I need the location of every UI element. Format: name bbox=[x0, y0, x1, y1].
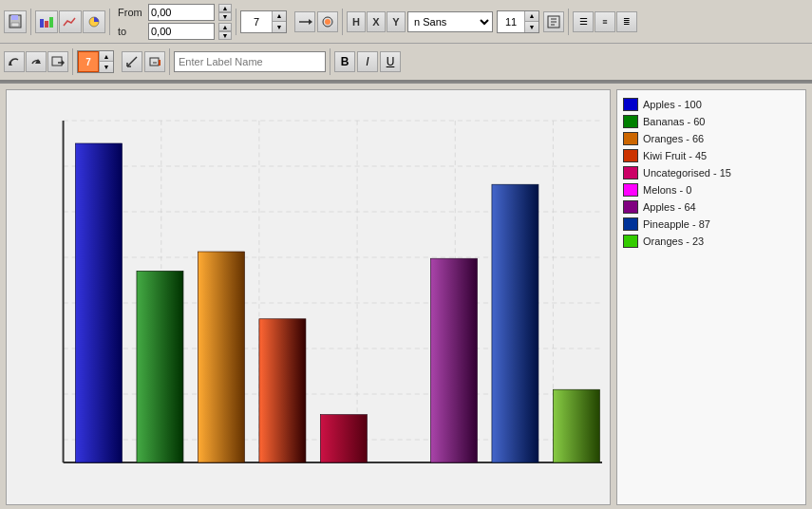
svg-rect-5 bbox=[49, 17, 53, 28]
legend-color-6 bbox=[623, 200, 638, 214]
legend-area: Apples - 100 Bananas - 60 Oranges - 66 K… bbox=[616, 89, 806, 505]
separator-1 bbox=[30, 9, 31, 35]
svg-rect-23 bbox=[150, 58, 159, 66]
to-input[interactable] bbox=[148, 23, 215, 40]
num-input-group: ▲ ▼ bbox=[240, 10, 287, 33]
separator-2 bbox=[109, 9, 110, 35]
svg-point-10 bbox=[325, 19, 330, 25]
svg-marker-8 bbox=[309, 19, 312, 25]
num-spinner: ▲ ▼ bbox=[272, 11, 286, 32]
legend-item-4: Uncategorised - 15 bbox=[623, 166, 800, 179]
num2-up-btn[interactable]: ▲ bbox=[100, 51, 113, 62]
bold-button[interactable]: B bbox=[334, 51, 355, 72]
line-chart-button[interactable] bbox=[59, 10, 82, 33]
to-spinner[interactable]: ▲ ▼ bbox=[218, 23, 232, 40]
num-down-btn[interactable]: ▼ bbox=[273, 22, 286, 32]
bar-2 bbox=[137, 271, 183, 462]
legend-color-2 bbox=[623, 132, 638, 145]
underline-button[interactable]: U bbox=[380, 51, 401, 72]
legend-item-8: Oranges - 23 bbox=[623, 235, 800, 248]
svg-rect-4 bbox=[45, 21, 48, 28]
h-btn[interactable]: H bbox=[347, 11, 366, 32]
legend-item-3: Kiwi Fruit - 45 bbox=[623, 149, 800, 162]
bar-5 bbox=[320, 415, 367, 462]
bar-chart-button[interactable] bbox=[35, 10, 58, 33]
num-up-btn[interactable]: ▲ bbox=[273, 11, 286, 22]
separator-7 bbox=[169, 48, 170, 75]
num-input-2-group: 7 ▲ ▼ bbox=[77, 50, 114, 73]
legend-color-0 bbox=[623, 98, 638, 111]
align-center-btn[interactable]: ≡ bbox=[595, 11, 615, 32]
to-label: to bbox=[118, 26, 144, 37]
font-size-spinner: ▲ ▼ bbox=[524, 11, 538, 32]
fontsize-up-btn[interactable]: ▲ bbox=[525, 11, 538, 22]
bar-8 bbox=[492, 184, 538, 462]
bar-4 bbox=[259, 319, 306, 462]
to-up-arrow[interactable]: ▲ bbox=[218, 23, 232, 31]
color-indicator: 7 bbox=[78, 51, 99, 72]
from-down-arrow[interactable]: ▼ bbox=[218, 12, 232, 21]
x-btn[interactable]: X bbox=[367, 11, 386, 32]
import-btn[interactable] bbox=[47, 51, 68, 72]
svg-line-20 bbox=[127, 57, 137, 66]
line-style-btn[interactable] bbox=[294, 11, 315, 32]
font-size-group: ▲ ▼ bbox=[497, 10, 539, 33]
legend-label-4: Uncategorised - 15 bbox=[643, 167, 731, 179]
separator-3 bbox=[236, 9, 236, 35]
bar-9 bbox=[553, 389, 599, 462]
bar-3 bbox=[198, 252, 244, 462]
color-btn[interactable] bbox=[317, 11, 338, 32]
legend-label-1: Bananas - 60 bbox=[643, 116, 705, 127]
align-left-btn[interactable]: ☰ bbox=[573, 11, 594, 32]
from-up-arrow[interactable]: ▲ bbox=[218, 4, 232, 12]
redo-btn[interactable] bbox=[26, 51, 47, 72]
pie-chart-button[interactable] bbox=[83, 10, 105, 33]
legend-item-7: Pineapple - 87 bbox=[623, 217, 800, 231]
legend-item-1: Bananas - 60 bbox=[623, 115, 800, 128]
legend-label-0: Apples - 100 bbox=[643, 99, 702, 110]
save-button[interactable] bbox=[4, 10, 27, 33]
legend-label-7: Pineapple - 87 bbox=[643, 218, 710, 230]
legend-color-5 bbox=[623, 183, 638, 197]
from-input[interactable] bbox=[148, 4, 215, 21]
legend-label-8: Oranges - 23 bbox=[643, 236, 704, 247]
separator-5 bbox=[568, 9, 569, 35]
legend-color-3 bbox=[623, 149, 638, 162]
num2-spinner: ▲ ▼ bbox=[99, 51, 113, 72]
separator-4 bbox=[342, 9, 343, 35]
edit-btn-2[interactable] bbox=[144, 51, 165, 72]
legend-label-3: Kiwi Fruit - 45 bbox=[643, 150, 707, 161]
from-spinner[interactable]: ▲ ▼ bbox=[218, 4, 232, 21]
legend-color-8 bbox=[623, 235, 638, 248]
font-select[interactable]: n Sans bbox=[407, 11, 493, 32]
svg-rect-1 bbox=[11, 15, 18, 20]
from-to-group: From ▲ ▼ to ▲ ▼ bbox=[118, 4, 232, 40]
legend-item-0: Apples - 100 bbox=[623, 98, 800, 111]
chart-area bbox=[6, 89, 611, 505]
svg-rect-3 bbox=[40, 19, 44, 28]
main-content: Apples - 100 Bananas - 60 Oranges - 66 K… bbox=[0, 84, 812, 509]
legend-item-2: Oranges - 66 bbox=[623, 132, 800, 145]
legend-label-5: Melons - 0 bbox=[643, 184, 691, 196]
undo-btn[interactable] bbox=[4, 51, 25, 72]
svg-rect-17 bbox=[52, 57, 62, 66]
legend-label-6: Apples - 64 bbox=[643, 201, 696, 213]
bar-1 bbox=[75, 143, 122, 462]
bar-7 bbox=[430, 258, 477, 462]
label-input[interactable] bbox=[174, 51, 326, 72]
edit-btn-1[interactable] bbox=[122, 51, 142, 72]
to-down-arrow[interactable]: ▼ bbox=[218, 31, 232, 40]
num2-down-btn[interactable]: ▼ bbox=[100, 62, 113, 72]
italic-button[interactable]: I bbox=[357, 51, 378, 72]
font-settings-btn[interactable] bbox=[543, 11, 564, 32]
legend-color-1 bbox=[623, 115, 638, 128]
fontsize-down-btn[interactable]: ▼ bbox=[525, 22, 538, 32]
align-right-btn[interactable]: ≣ bbox=[616, 11, 637, 32]
font-size-input[interactable] bbox=[498, 11, 524, 32]
legend-color-7 bbox=[623, 217, 638, 231]
legend-label-2: Oranges - 66 bbox=[643, 133, 704, 144]
num-input[interactable] bbox=[241, 11, 272, 32]
separator-6 bbox=[72, 48, 73, 75]
legend-item-6: Apples - 64 bbox=[623, 200, 800, 214]
y-btn[interactable]: Y bbox=[387, 11, 406, 32]
